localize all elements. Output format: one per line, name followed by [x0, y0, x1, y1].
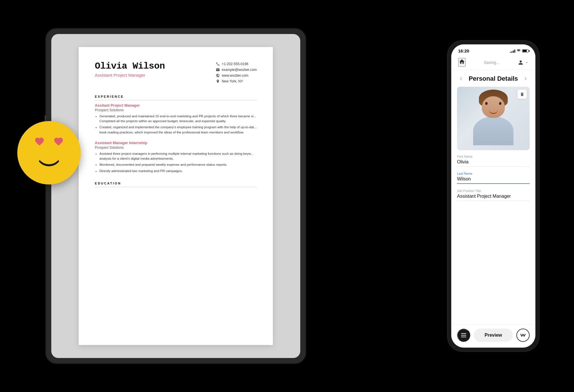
web-icon [216, 74, 220, 78]
delete-photo-button[interactable] [518, 90, 527, 99]
last-name-field: Last Name Wilson [457, 172, 530, 184]
emoji-face [17, 121, 81, 184]
home-button[interactable] [458, 58, 466, 67]
signal-bar-3 [513, 50, 514, 53]
job-bullet-2-3: Directly administrated two marketing and… [99, 169, 257, 174]
battery-icon [522, 49, 528, 52]
job-bullets-2: Assisted three project managers in perfo… [95, 151, 257, 174]
user-profile-button[interactable] [518, 59, 528, 66]
menu-line-2 [461, 335, 466, 336]
job-title-field: Job Position Title Assistant Project Man… [457, 189, 530, 201]
job-bullet-1-2: Created, organized and implemented the c… [99, 125, 257, 135]
job-company-1: Prospect Solutions [95, 108, 257, 112]
first-name-field: First Name Olivia [457, 155, 530, 167]
status-time: 16:20 [458, 48, 469, 53]
profile-photo-container [457, 87, 530, 150]
resume-contact-email: example@wozber.com [216, 68, 257, 72]
signal-bar-2 [511, 51, 512, 53]
last-name-value[interactable]: Wilson [457, 176, 530, 184]
resume-paper: Olivia Wilson Assistant Project Manager … [79, 47, 273, 345]
phone-icon [216, 62, 220, 66]
form-content: First Name Olivia Last Name Wilson Job P… [451, 155, 535, 324]
resume-contact-location: New York, NY [216, 79, 257, 83]
email-text: example@wozber.com [222, 68, 257, 72]
resume-contact-block: +1-202-555-0196 example@wozber.com www.w… [216, 62, 257, 83]
phone-text: +1-202-555-0196 [222, 62, 248, 66]
left-heart-eye [34, 136, 45, 148]
scene: Olivia Wilson Assistant Project Manager … [0, 0, 574, 392]
last-name-label: Last Name [457, 172, 530, 175]
emoji-eyes [34, 136, 64, 148]
chevron-down-icon [525, 61, 528, 64]
job-company-2: Prospect Solutions [95, 146, 257, 150]
signal-bar-4 [514, 50, 515, 53]
location-text: New York, NY [222, 79, 243, 83]
signal-bar-1 [510, 52, 511, 53]
signal-bars-icon [510, 49, 515, 53]
job-bullet-2-1: Assisted three project managers in perfo… [99, 151, 257, 161]
phone-screen: 16:20 [451, 44, 535, 348]
resume-name: Olivia Wilson [95, 61, 165, 71]
battery-fill [523, 50, 527, 52]
person-figure [473, 92, 513, 145]
prev-section-button[interactable] [457, 75, 465, 83]
left-eye [485, 102, 488, 105]
first-name-value[interactable]: Olivia [457, 159, 530, 167]
job-title-label: Job Position Title [457, 189, 530, 193]
status-icons [510, 49, 528, 53]
job-title-value[interactable]: Assistant Project Manager [457, 194, 530, 201]
job-entry-2: Assistant Manager Internship Prospect So… [95, 141, 257, 174]
emoji-mouth [36, 152, 62, 166]
job-title-1: Assitant Project Manager [95, 103, 257, 108]
wifi-icon [517, 49, 521, 53]
experience-section: EXPERIENCE Assitant Project Manager Pros… [95, 95, 257, 174]
first-name-label: First Name [457, 155, 530, 158]
location-icon [216, 79, 220, 83]
wozber-logo-button[interactable] [516, 329, 530, 342]
phone-bottom-bar: Preview [451, 324, 535, 348]
education-section: EDUCATION [95, 182, 257, 187]
saving-indicator: Saving... [484, 60, 499, 65]
web-text: www.wozber.com [222, 74, 248, 78]
experience-section-title: EXPERIENCE [95, 95, 257, 100]
section-header: Personal Details [451, 70, 535, 87]
person-smile [489, 110, 498, 114]
phone-nav-bar: Saving... [451, 56, 535, 70]
education-section-title: EDUCATION [95, 182, 257, 187]
resume-contact-web: www.wozber.com [216, 74, 257, 78]
person-face [482, 96, 505, 118]
next-section-button[interactable] [522, 75, 530, 83]
menu-line-1 [461, 333, 466, 334]
resume-contact-phone: +1-202-555-0196 [216, 62, 257, 66]
right-eye [499, 102, 501, 105]
phone-device: 16:20 [447, 40, 539, 352]
person-body [473, 116, 513, 145]
right-heart-icon [53, 136, 64, 147]
right-heart-eye [53, 136, 64, 148]
hamburger-icon [461, 333, 466, 337]
job-bullets-1: Generated, produced and maintained 10 en… [95, 114, 257, 135]
preview-button[interactable]: Preview [474, 329, 513, 342]
job-bullet-1-1: Generated, produced and maintained 10 en… [99, 114, 257, 124]
section-title: Personal Details [469, 75, 518, 82]
resume-header: Olivia Wilson Assistant Project Manager … [95, 61, 257, 83]
person-head [482, 92, 505, 118]
email-icon [216, 68, 220, 72]
menu-button[interactable] [457, 329, 470, 342]
left-heart-icon [34, 136, 45, 147]
resume-job-title: Assistant Project Manager [95, 73, 165, 78]
status-bar: 16:20 [451, 44, 535, 56]
job-bullet-2-2: Monitored, documented and prepared weekl… [99, 162, 257, 167]
menu-line-3 [461, 337, 466, 337]
tablet-screen: Olivia Wilson Assistant Project Manager … [51, 34, 300, 358]
face-eyes [485, 102, 501, 105]
resume-name-block: Olivia Wilson Assistant Project Manager [95, 61, 165, 83]
tablet-device: Olivia Wilson Assistant Project Manager … [46, 29, 305, 363]
job-entry-1: Assitant Project Manager Prospect Soluti… [95, 103, 257, 135]
job-title-2: Assistant Manager Internship [95, 141, 257, 145]
